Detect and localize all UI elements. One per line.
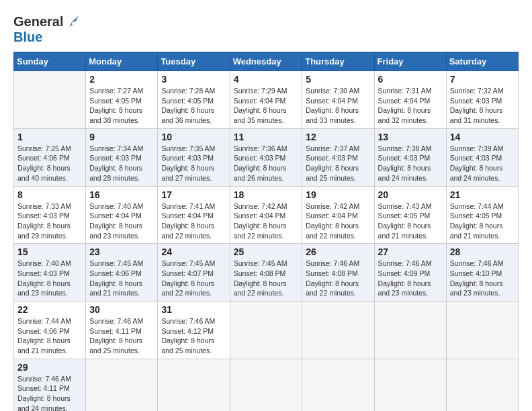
day-info: Sunrise: 7:45 AMSunset: 4:06 PMDaylight:… [89, 259, 154, 298]
day-info: Sunrise: 7:42 AMSunset: 4:04 PMDaylight:… [306, 201, 370, 241]
day-info: Sunrise: 7:45 AMSunset: 4:07 PMDaylight:… [161, 259, 226, 298]
day-cell: 19Sunrise: 7:42 AMSunset: 4:04 PMDayligh… [302, 186, 374, 244]
day-cell: 29Sunrise: 7:46 AMSunset: 4:11 PMDayligh… [14, 359, 86, 411]
day-info: Sunrise: 7:42 AMSunset: 4:04 PMDaylight:… [234, 201, 299, 241]
day-number: 22 [17, 304, 82, 315]
day-number: 19 [306, 189, 370, 200]
week-row-3: 8Sunrise: 7:33 AMSunset: 4:03 PMDaylight… [14, 186, 519, 244]
day-number: 10 [161, 132, 226, 142]
day-cell [374, 302, 446, 359]
day-info: Sunrise: 7:40 AMSunset: 4:04 PMDaylight:… [89, 201, 154, 241]
day-info: Sunrise: 7:40 AMSunset: 4:03 PMDaylight:… [17, 259, 82, 298]
logo-bird-icon [64, 13, 81, 30]
day-number: 3 [161, 74, 226, 85]
day-cell [86, 359, 158, 411]
day-number: 30 [89, 304, 154, 315]
day-number: 14 [450, 132, 515, 142]
day-cell: 17Sunrise: 7:41 AMSunset: 4:04 PMDayligh… [158, 186, 230, 244]
day-info: Sunrise: 7:27 AMSunset: 4:05 PMDaylight:… [89, 86, 154, 126]
day-info: Sunrise: 7:44 AMSunset: 4:05 PMDaylight:… [450, 201, 515, 241]
logo-general-text: General [13, 14, 63, 30]
day-cell: 20Sunrise: 7:43 AMSunset: 4:05 PMDayligh… [374, 186, 446, 244]
day-info: Sunrise: 7:46 AMSunset: 4:11 PMDaylight:… [17, 374, 82, 411]
day-info: Sunrise: 7:39 AMSunset: 4:03 PMDaylight:… [450, 144, 515, 183]
day-number: 25 [234, 246, 299, 257]
day-cell [230, 359, 302, 411]
day-number: 5 [306, 74, 370, 85]
day-info: Sunrise: 7:46 AMSunset: 4:10 PMDaylight:… [450, 259, 515, 298]
day-cell: 22Sunrise: 7:44 AMSunset: 4:06 PMDayligh… [14, 302, 86, 359]
calendar-header-row: SundayMondayTuesdayWednesdayThursdayFrid… [14, 52, 519, 71]
day-cell: 12Sunrise: 7:37 AMSunset: 4:03 PMDayligh… [302, 128, 374, 186]
day-cell: 25Sunrise: 7:45 AMSunset: 4:08 PMDayligh… [230, 244, 302, 302]
day-info: Sunrise: 7:36 AMSunset: 4:03 PMDaylight:… [234, 144, 299, 183]
day-number: 7 [450, 74, 515, 85]
day-info: Sunrise: 7:37 AMSunset: 4:03 PMDaylight:… [306, 144, 370, 183]
day-info: Sunrise: 7:29 AMSunset: 4:04 PMDaylight:… [234, 86, 299, 126]
col-header-saturday: Saturday [446, 52, 518, 71]
day-cell: 7Sunrise: 7:32 AMSunset: 4:03 PMDaylight… [446, 71, 518, 129]
day-number: 26 [306, 246, 370, 257]
day-info: Sunrise: 7:33 AMSunset: 4:03 PMDaylight:… [17, 201, 82, 241]
day-cell: 5Sunrise: 7:30 AMSunset: 4:04 PMDaylight… [302, 71, 374, 129]
day-cell: 3Sunrise: 7:28 AMSunset: 4:05 PMDaylight… [158, 71, 230, 129]
day-cell: 1Sunrise: 7:25 AMSunset: 4:06 PMDaylight… [14, 128, 86, 186]
day-cell: 2Sunrise: 7:27 AMSunset: 4:05 PMDaylight… [86, 71, 158, 129]
day-cell [302, 302, 374, 359]
day-cell: 9Sunrise: 7:34 AMSunset: 4:03 PMDaylight… [86, 128, 158, 186]
day-cell: 26Sunrise: 7:46 AMSunset: 4:08 PMDayligh… [302, 244, 374, 302]
col-header-wednesday: Wednesday [230, 52, 302, 71]
day-cell: 8Sunrise: 7:33 AMSunset: 4:03 PMDaylight… [14, 186, 86, 244]
day-cell [302, 359, 374, 411]
day-info: Sunrise: 7:46 AMSunset: 4:08 PMDaylight:… [306, 259, 370, 298]
day-info: Sunrise: 7:46 AMSunset: 4:11 PMDaylight:… [89, 316, 154, 356]
day-number: 9 [89, 132, 154, 142]
day-cell: 13Sunrise: 7:38 AMSunset: 4:03 PMDayligh… [374, 128, 446, 186]
day-number: 29 [17, 362, 82, 373]
day-info: Sunrise: 7:44 AMSunset: 4:06 PMDaylight:… [17, 316, 82, 356]
day-number: 11 [234, 132, 299, 142]
day-number: 20 [378, 189, 443, 200]
day-number: 4 [234, 74, 299, 85]
day-cell [446, 359, 518, 411]
day-number: 24 [161, 246, 226, 257]
page-header: General Blue [13, 13, 519, 45]
day-number: 1 [17, 132, 82, 142]
day-number: 28 [450, 246, 515, 257]
day-cell: 28Sunrise: 7:46 AMSunset: 4:10 PMDayligh… [446, 244, 518, 302]
day-info: Sunrise: 7:45 AMSunset: 4:08 PMDaylight:… [234, 259, 299, 298]
day-cell [230, 302, 302, 359]
week-row-4: 15Sunrise: 7:40 AMSunset: 4:03 PMDayligh… [14, 244, 519, 302]
day-cell: 24Sunrise: 7:45 AMSunset: 4:07 PMDayligh… [158, 244, 230, 302]
day-cell: 30Sunrise: 7:46 AMSunset: 4:11 PMDayligh… [86, 302, 158, 359]
day-cell: 11Sunrise: 7:36 AMSunset: 4:03 PMDayligh… [230, 128, 302, 186]
day-info: Sunrise: 7:32 AMSunset: 4:03 PMDaylight:… [450, 86, 515, 126]
day-number: 23 [89, 246, 154, 257]
logo: General Blue [13, 13, 81, 45]
day-cell: 14Sunrise: 7:39 AMSunset: 4:03 PMDayligh… [446, 128, 518, 186]
day-number: 13 [378, 132, 443, 142]
day-number: 12 [306, 132, 370, 142]
day-number: 8 [17, 189, 82, 200]
day-number: 15 [17, 246, 82, 257]
day-info: Sunrise: 7:28 AMSunset: 4:05 PMDaylight:… [161, 86, 226, 126]
day-info: Sunrise: 7:31 AMSunset: 4:04 PMDaylight:… [378, 86, 443, 126]
day-info: Sunrise: 7:41 AMSunset: 4:04 PMDaylight:… [161, 201, 226, 241]
day-cell: 21Sunrise: 7:44 AMSunset: 4:05 PMDayligh… [446, 186, 518, 244]
col-header-thursday: Thursday [302, 52, 374, 71]
day-cell: 31Sunrise: 7:46 AMSunset: 4:12 PMDayligh… [158, 302, 230, 359]
day-cell [446, 302, 518, 359]
day-cell: 23Sunrise: 7:45 AMSunset: 4:06 PMDayligh… [86, 244, 158, 302]
day-info: Sunrise: 7:35 AMSunset: 4:03 PMDaylight:… [161, 144, 226, 183]
week-row-1: 2Sunrise: 7:27 AMSunset: 4:05 PMDaylight… [14, 71, 519, 129]
calendar-table: SundayMondayTuesdayWednesdayThursdayFrid… [13, 52, 519, 411]
day-info: Sunrise: 7:46 AMSunset: 4:12 PMDaylight:… [161, 316, 226, 356]
day-number: 17 [161, 189, 226, 200]
col-header-tuesday: Tuesday [158, 52, 230, 71]
day-number: 18 [234, 189, 299, 200]
day-info: Sunrise: 7:34 AMSunset: 4:03 PMDaylight:… [89, 144, 154, 183]
day-info: Sunrise: 7:43 AMSunset: 4:05 PMDaylight:… [378, 201, 443, 241]
col-header-friday: Friday [374, 52, 446, 71]
day-cell [14, 71, 86, 129]
day-cell: 16Sunrise: 7:40 AMSunset: 4:04 PMDayligh… [86, 186, 158, 244]
